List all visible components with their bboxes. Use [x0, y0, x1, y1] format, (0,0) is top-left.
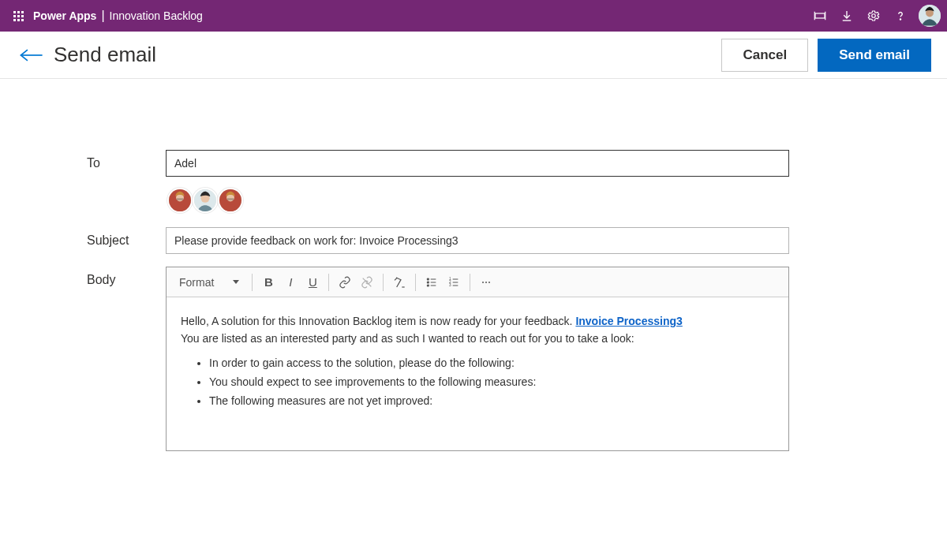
fit-icon[interactable] [807, 2, 833, 29]
chevron-down-icon [233, 280, 239, 284]
subject-input[interactable] [166, 227, 789, 254]
to-input[interactable] [166, 150, 789, 177]
body-line2: You are listed as an interested party an… [181, 330, 774, 348]
body-line1-prefix: Hello, A solution for this Innovation Ba… [181, 315, 575, 327]
svg-rect-7 [177, 198, 183, 200]
svg-point-1 [872, 14, 876, 18]
svg-point-19 [482, 282, 484, 283]
body-bullet: The following measures are not yet impro… [209, 393, 774, 410]
number-list-button[interactable]: 123 [443, 271, 465, 293]
italic-button[interactable]: I [279, 271, 301, 293]
body-item-link[interactable]: Invoice Processing3 [575, 315, 682, 327]
svg-point-15 [428, 285, 429, 286]
body-bullet: You should expect to see improvements to… [209, 374, 774, 391]
help-icon[interactable] [887, 2, 914, 29]
subject-label: Subject [87, 227, 166, 248]
svg-rect-0 [815, 13, 825, 18]
user-avatar[interactable] [919, 5, 941, 27]
send-email-button[interactable]: Send email [818, 39, 931, 72]
brand-separator: | [101, 9, 104, 23]
svg-point-20 [485, 282, 487, 283]
page-header: Send email Cancel Send email [0, 32, 947, 79]
format-label: Format [179, 276, 214, 289]
svg-point-21 [488, 282, 490, 283]
link-button[interactable] [334, 271, 356, 293]
underline-button[interactable]: U [301, 271, 324, 293]
recipient-avatars [166, 188, 789, 213]
recipient-avatar[interactable] [193, 188, 218, 213]
svg-point-13 [428, 278, 429, 280]
brand-label[interactable]: Power Apps [33, 9, 96, 22]
format-dropdown[interactable]: Format [173, 276, 247, 289]
recipient-avatar[interactable] [167, 188, 193, 213]
body-editor: Format B I U [166, 267, 789, 451]
editor-body[interactable]: Hello, A solution for this Innovation Ba… [167, 297, 788, 450]
editor-toolbar: Format B I U [167, 267, 788, 297]
more-button[interactable] [475, 271, 497, 293]
back-button[interactable] [16, 39, 47, 71]
gear-icon[interactable] [860, 2, 887, 29]
recipient-avatar[interactable] [218, 188, 243, 213]
svg-point-2 [900, 19, 900, 20]
body-label: Body [87, 267, 166, 287]
svg-text:3: 3 [449, 283, 451, 287]
app-name-label[interactable]: Innovation Backlog [110, 9, 203, 22]
body-bullet: In order to gain access to the solution,… [209, 355, 774, 372]
app-launcher-icon[interactable] [6, 4, 30, 28]
page-title: Send email [54, 43, 156, 67]
svg-rect-12 [227, 198, 234, 200]
svg-point-14 [428, 282, 429, 283]
send-email-form: To Subject Body [0, 79, 947, 451]
clear-format-button[interactable] [388, 271, 410, 293]
bullet-list-button[interactable] [421, 271, 443, 293]
cancel-button[interactable]: Cancel [721, 39, 808, 72]
unlink-button[interactable] [356, 271, 378, 293]
bold-button[interactable]: B [257, 271, 279, 293]
to-label: To [87, 150, 166, 170]
download-icon[interactable] [833, 2, 860, 29]
top-app-bar: Power Apps | Innovation Backlog [0, 0, 947, 32]
